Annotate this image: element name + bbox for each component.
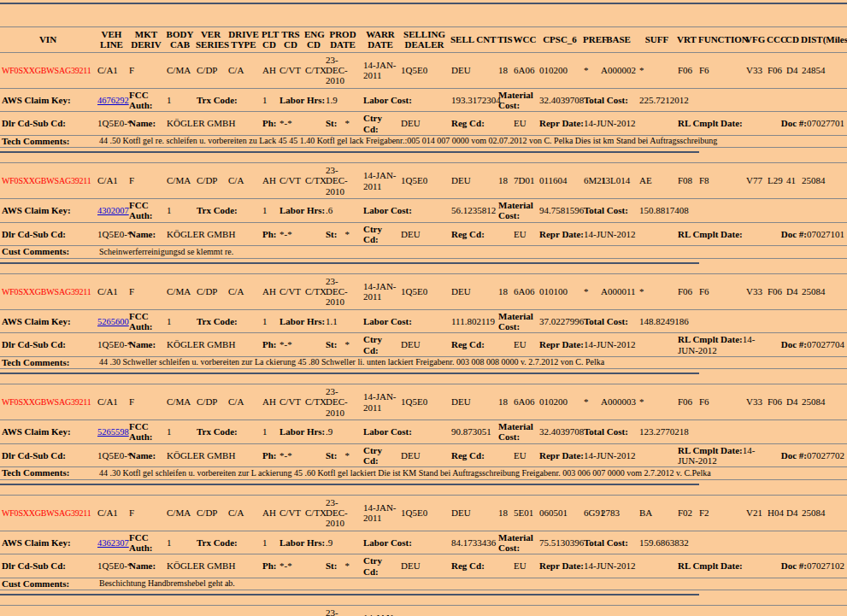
phone-label: Ph:	[261, 112, 278, 136]
aws-claim-key-link[interactable]: 5265598	[97, 427, 129, 437]
phone-value: *-*	[278, 112, 324, 136]
suff-value: BA	[638, 495, 676, 531]
vfg-value: V33	[744, 606, 766, 616]
body-cab-value: C/MA	[165, 384, 195, 420]
plt-cd-value: AH	[261, 273, 278, 309]
vin-value: WF0SXXGBWSAG39211	[0, 273, 96, 309]
dealer-name-value: KÖGLER GMBH	[165, 333, 261, 357]
cd-value: 41	[785, 163, 800, 199]
trx-code-value: 1	[261, 531, 278, 554]
dlr-cd-sub-cd-label: Dlr Cd-Sub Cd:	[0, 333, 96, 357]
claim-records-list: WF0SXXGBWSAG39211 C/A1 F C/MA C/DP C/A A…	[0, 52, 847, 616]
phone-value: *-*	[278, 222, 324, 246]
ccc-value: H04	[766, 495, 785, 531]
labor-hrs-label: Labor Hrs:	[278, 420, 324, 444]
total-cost-value: 225.7212012	[638, 88, 847, 112]
wcc-value: 6A06	[512, 52, 538, 88]
dlr-cd-sub-cd-value: 1Q5E0-*	[96, 554, 127, 578]
ctry-cd-value: DEU	[399, 554, 450, 578]
trs-cd-value: C/VT	[278, 163, 303, 199]
aws-claim-key-link[interactable]: 4302007	[97, 206, 129, 215]
fcc-auth-value: 1	[165, 420, 195, 444]
comments-label: Cust Comments:	[0, 246, 96, 258]
dealer-name-label: Name:	[127, 443, 165, 467]
reg-cd-label: Reg Cd:	[450, 554, 512, 578]
state-cell: St:*	[324, 333, 362, 357]
ccc-value: F06	[766, 384, 785, 420]
aws-claim-key-cell: 4676292	[96, 88, 127, 112]
trx-code-label: Trx Code:	[195, 309, 261, 333]
aws-claim-key-link[interactable]: 4362307	[97, 538, 129, 548]
col-header-eng-cd: ENG CD	[303, 27, 324, 52]
material-cost-value: 37.0227996	[538, 309, 582, 333]
cpsc-6-value: 020101	[538, 606, 582, 616]
claim-record: WF0SXXGBWSAG39211 C/A1 F C/MA C/DP C/A A…	[0, 495, 847, 596]
fcc-auth-label: FCC Auth:	[127, 199, 165, 223]
comments-text: Beschichtung Handbremshebel geht ab.	[96, 578, 847, 590]
sell-cnt-value: DEU	[450, 52, 497, 88]
doc-number-label: Doc #:	[781, 118, 807, 128]
reg-cd-value: EU	[512, 222, 538, 246]
state-value: *	[344, 560, 350, 571]
dist-miles-value: 25084	[800, 495, 847, 531]
sell-cnt-value: DEU	[450, 606, 497, 616]
trx-code-label: Trx Code:	[195, 88, 261, 112]
dealer-name-value: KÖGLER GMBH	[165, 222, 261, 246]
fcc-auth-label: FCC Auth:	[127, 88, 165, 112]
warr-date-value: 14-JAN-2011	[362, 52, 399, 88]
comments-label: Tech Comments:	[0, 135, 96, 147]
selling-dealer-value: 1Q5E0	[399, 52, 450, 88]
ver-series-value: C/DP	[195, 495, 226, 531]
veh-line-value: C/A1	[96, 52, 127, 88]
selling-dealer-value: 1Q5E0	[399, 495, 450, 531]
record-divider	[0, 594, 699, 595]
comments-row: Tech Comments: 44 .30 Kotfl gel schleife…	[0, 467, 847, 479]
labor-cost-label: Labor Cost:	[362, 531, 450, 554]
ctry-cd-value: DEU	[399, 112, 450, 136]
material-cost-label: Material Cost:	[497, 309, 538, 333]
comments-text: Scheinwerferreinigungsd se klemmt re.	[96, 246, 847, 258]
labor-hrs-value: 1.1	[324, 309, 362, 333]
trx-code-value: 1	[261, 88, 278, 112]
doc-number-value: 07027102	[807, 560, 844, 571]
warr-date-value: 14-JAN-2011	[362, 163, 399, 199]
doc-number-value: 07027702	[807, 450, 844, 461]
mkt-deriv-value: F	[127, 384, 165, 420]
ccc-value: F06	[766, 273, 785, 309]
vehicle-data-row: WF0SXXGBWSAG39211 C/A1 F C/MA C/DP C/A A…	[0, 273, 847, 309]
material-cost-value: 32.4039708	[538, 88, 582, 112]
trs-cd-value: C/VT	[278, 384, 303, 420]
dealer-name-label: Name:	[127, 333, 165, 357]
claim-cost-row: AWS Claim Key: 4362307 FCC Auth: 1 Trx C…	[0, 531, 847, 554]
eng-cd-value: C/TX	[303, 495, 324, 531]
dealer-name-label: Name:	[127, 112, 165, 136]
suff-value: *	[638, 384, 676, 420]
aws-claim-key-link[interactable]: 5265600	[97, 317, 129, 326]
ccc-value: F06	[766, 52, 785, 88]
state-label: St:	[326, 450, 337, 461]
aws-claim-key-cell: 5265600	[96, 309, 127, 333]
doc-number-cell: Doc #:07027102	[766, 554, 847, 578]
material-cost-label: Material Cost:	[497, 531, 538, 554]
body-cab-value: C/MA	[165, 273, 195, 309]
plt-cd-value: AH	[261, 606, 278, 616]
comments-label: Cust Comments:	[0, 578, 96, 590]
vehicle-data-row: WF0SXXGBWSAG39211 C/A1 F C/MA C/DP C/A A…	[0, 606, 847, 616]
col-header-mkt-deriv: MKT DERIV	[127, 27, 165, 52]
state-cell: St:*	[324, 112, 362, 136]
col-header-suff: SUFF	[638, 27, 676, 52]
labor-cost-label: Labor Cost:	[362, 199, 450, 223]
fcc-auth-value: 1	[165, 309, 195, 333]
phone-value: *-*	[278, 554, 324, 578]
veh-line-value: C/A1	[96, 384, 127, 420]
function-value: F2	[697, 495, 744, 531]
comments-row: Tech Comments: 44 .50 Kotfl gel re. schl…	[0, 135, 847, 147]
repr-date-value: 14-JUN-2012	[584, 560, 636, 571]
comments-text: 44 .50 Kotfl gel re. schleifen u. vorber…	[96, 135, 847, 147]
fcc-auth-value: 1	[165, 199, 195, 223]
dealer-name-value: KÖGLER GMBH	[165, 554, 261, 578]
rl-cmplt-date-label: RL Cmplt Date:	[678, 445, 743, 455]
drive-type-value: C/A	[226, 163, 261, 199]
aws-claim-key-link[interactable]: 4676292	[97, 96, 129, 105]
pref-value: *	[582, 273, 599, 309]
